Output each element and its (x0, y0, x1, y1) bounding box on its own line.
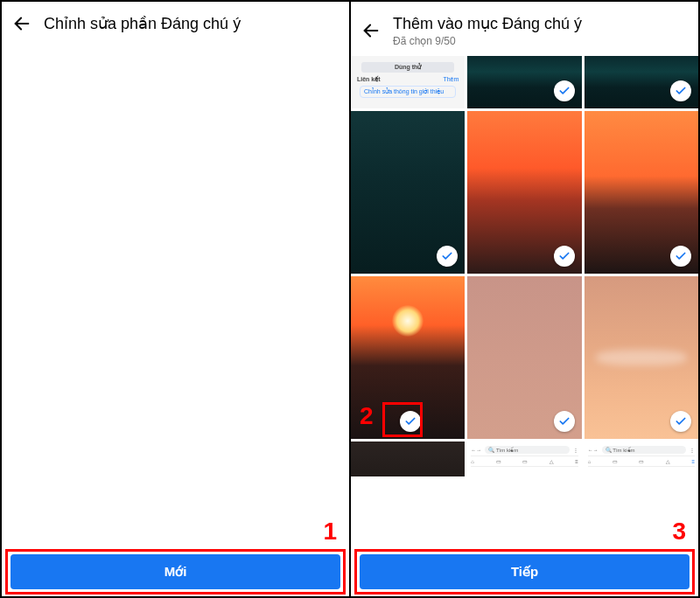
grid-item[interactable]: ←→🔍 Tìm kiếm⋮ ⌂▭▭△≡ (467, 442, 581, 476)
grid-item[interactable] (467, 276, 581, 439)
footer-right: 3 Tiếp (351, 547, 698, 596)
next-button[interactable]: Tiếp (360, 554, 690, 589)
grid-item[interactable] (584, 56, 698, 108)
grid-item[interactable] (467, 111, 581, 274)
check-icon[interactable] (670, 246, 691, 267)
grid-item[interactable] (584, 111, 698, 274)
new-button[interactable]: Mới (10, 554, 340, 589)
photo-grid-container: Dùng thử Liên kếtThêm Chỉnh sửa thông ti… (351, 56, 698, 547)
check-icon[interactable] (437, 246, 458, 267)
empty-body (2, 42, 349, 547)
grid-item[interactable] (584, 276, 698, 439)
back-arrow-icon[interactable] (361, 21, 381, 40)
grid-item[interactable]: 2 (351, 276, 465, 439)
photo-grid: Dùng thử Liên kếtThêm Chỉnh sửa thông ti… (351, 56, 698, 476)
header-right: Thêm vào mục Đáng chú ý Đã chọn 9/50 (351, 2, 698, 56)
grid-item[interactable] (351, 111, 465, 274)
check-icon[interactable] (670, 411, 691, 432)
grid-item[interactable]: ←→🔍 Tìm kiếm⋮ ⌂▭▭△≡ (584, 442, 698, 476)
check-icon[interactable] (400, 411, 421, 432)
page-title: Thêm vào mục Đáng chú ý (393, 14, 582, 33)
selection-count: Đã chọn 9/50 (393, 35, 582, 47)
screen-edit-featured: Chỉnh sửa phần Đáng chú ý 1 Mới (2, 2, 351, 596)
grid-item[interactable]: Dùng thử Liên kếtThêm Chỉnh sửa thông ti… (351, 56, 465, 108)
page-title: Chỉnh sửa phần Đáng chú ý (44, 14, 241, 33)
try-mini-button: Dùng thử (361, 62, 454, 73)
back-arrow-icon[interactable] (12, 14, 32, 33)
grid-item[interactable] (467, 56, 581, 108)
annotation-number-2: 2 (360, 402, 374, 430)
grid-item[interactable] (351, 442, 465, 476)
footer-left: 1 Mới (2, 547, 349, 596)
check-icon[interactable] (554, 246, 575, 267)
header-left: Chỉnh sửa phần Đáng chú ý (2, 2, 349, 42)
check-icon[interactable] (670, 80, 691, 101)
check-icon[interactable] (554, 411, 575, 432)
edit-intro-box: Chỉnh sửa thông tin giới thiệu (360, 86, 456, 98)
screen-add-featured: Thêm vào mục Đáng chú ý Đã chọn 9/50 Dùn… (351, 2, 698, 596)
check-icon[interactable] (554, 80, 575, 101)
